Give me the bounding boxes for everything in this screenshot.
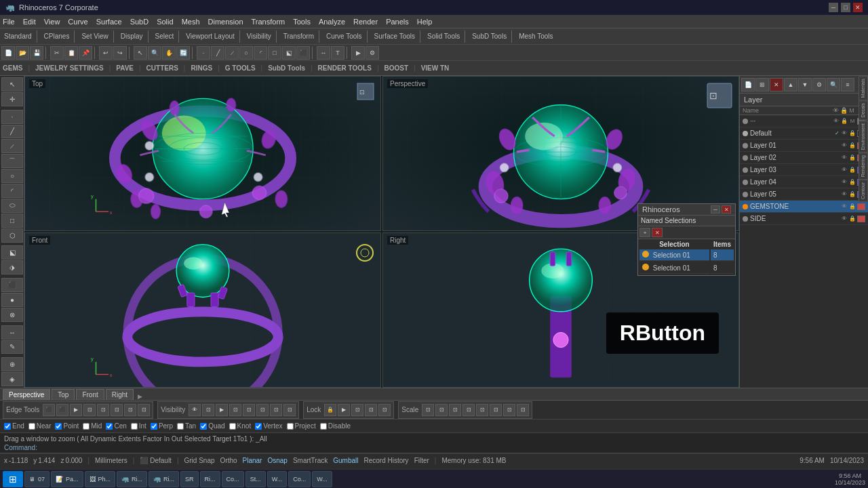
freeform-tool[interactable]: ⌒ — [1, 154, 23, 168]
planar-status[interactable]: Planar — [243, 457, 262, 464]
lock-icon-04[interactable]: 🔒 — [849, 179, 856, 186]
ns-delete-btn[interactable]: ✕ — [652, 228, 663, 237]
vis-btn-2[interactable]: ⊡ — [202, 404, 214, 416]
filter-status[interactable]: Filter — [414, 457, 429, 464]
scale-btn-8[interactable]: ⊡ — [517, 404, 529, 416]
snap-tool[interactable]: ⊕ — [1, 357, 23, 371]
redo-btn[interactable]: ↪ — [113, 46, 127, 60]
taskbar-co1[interactable]: Co... — [222, 471, 244, 487]
start-button[interactable]: ⊞ — [3, 471, 23, 487]
et-btn-2[interactable]: ⬛ — [56, 404, 68, 416]
move-tool[interactable]: ✛ — [1, 92, 23, 106]
lock-icon-03[interactable]: 🔒 — [849, 167, 856, 174]
et-btn-3[interactable]: ▶ — [70, 404, 82, 416]
layer-row-gemstone[interactable]: GEMSTONE 👁 🔒 — [740, 201, 868, 213]
sphere-tool[interactable]: ● — [1, 293, 23, 307]
lock-icon-dots[interactable]: 🔒 — [841, 118, 848, 125]
viewport-right-label[interactable]: Right — [387, 236, 408, 245]
close-button[interactable]: ✕ — [853, 3, 863, 12]
eye-icon-03[interactable]: 👁 — [841, 167, 848, 174]
layer-row-side[interactable]: SIDE 👁 🔒 — [740, 213, 868, 225]
lock-icon-02[interactable]: 🔒 — [849, 155, 856, 161]
eye-icon-04[interactable]: 👁 — [841, 179, 848, 186]
taskbar-w2[interactable]: W... — [312, 471, 332, 487]
taskbar-07[interactable]: 🖥 07 — [24, 471, 50, 487]
snap-tan-check[interactable] — [177, 423, 184, 430]
select-btn[interactable]: ↖ — [134, 46, 147, 60]
taskbar-ri2[interactable]: 🦏 Ri... — [149, 471, 179, 487]
line-btn[interactable]: ╱ — [211, 46, 224, 60]
snap-project[interactable]: Project — [287, 422, 316, 430]
ns-add-btn[interactable]: + — [639, 228, 650, 237]
maximize-button[interactable]: □ — [841, 3, 850, 12]
btab-perspective[interactable]: Perspective — [3, 389, 50, 400]
viewport-perspective-label[interactable]: Perspective — [387, 79, 428, 88]
lock-icon-default[interactable]: 🔒 — [849, 130, 856, 137]
gridsnap-status[interactable]: Grid Snap — [184, 457, 215, 464]
scale-btn-1[interactable]: ⊡ — [422, 404, 434, 416]
surface-tools-tab[interactable]: Surface Tools — [372, 33, 418, 40]
ortho-status[interactable]: Ortho — [220, 457, 237, 464]
scale-btn-2[interactable]: ⊡ — [435, 404, 448, 416]
pave-btn[interactable]: PAVE — [116, 64, 134, 72]
btab-top[interactable]: Top — [52, 389, 75, 400]
menu-item-mesh[interactable]: Mesh — [182, 18, 200, 26]
lock-btn-4[interactable]: ⊡ — [365, 404, 377, 416]
menu-item-solid[interactable]: Solid — [157, 18, 173, 26]
polyline-tool[interactable]: ⟋ — [1, 139, 23, 153]
snap-tan[interactable]: Tan — [177, 422, 196, 430]
undo-btn[interactable]: ↩ — [99, 46, 113, 60]
annotation-tool[interactable]: ✎ — [1, 340, 23, 354]
taskbar-co2[interactable]: Co... — [288, 471, 311, 487]
eye-icon-default[interactable]: 👁 — [841, 130, 848, 137]
boost-btn[interactable]: BOOST — [384, 64, 408, 72]
open-btn[interactable]: 📂 — [16, 46, 29, 60]
solid-tools-tab[interactable]: Solid Tools — [425, 33, 462, 40]
lock-btn-1[interactable]: 🔒 — [324, 404, 336, 416]
viewport-front[interactable]: Front — [24, 232, 381, 388]
cylinder-tool[interactable]: ⊗ — [1, 308, 23, 322]
zoom-btn[interactable]: 🔍 — [148, 46, 161, 60]
taskbar-pa[interactable]: 📝 Pa... — [51, 471, 83, 487]
osnap-status[interactable]: Osnap — [267, 457, 287, 464]
layer-options-btn[interactable]: ≡ — [841, 78, 854, 92]
layer-new-btn[interactable]: 📄 — [741, 78, 755, 92]
menu-item-transform[interactable]: Transform — [252, 18, 285, 26]
layer-up-btn[interactable]: ▲ — [784, 78, 797, 92]
polyline-btn[interactable]: ⟋ — [225, 46, 239, 60]
set-view-tab[interactable]: Set View — [79, 33, 111, 40]
layer-settings-btn[interactable]: ⚙ — [812, 78, 826, 92]
snap-near[interactable]: Near — [28, 422, 52, 430]
menu-item-file[interactable]: File — [3, 18, 15, 26]
snap-vertex-check[interactable] — [255, 423, 262, 430]
dim-btn[interactable]: ↔ — [317, 46, 330, 60]
menu-item-help[interactable]: Help — [417, 18, 433, 26]
material-icon-dots[interactable]: M — [849, 118, 856, 125]
snap-int[interactable]: Int — [131, 422, 146, 430]
snap-disable[interactable]: Disable — [320, 422, 351, 430]
text-btn[interactable]: T — [331, 46, 344, 60]
snap-quad[interactable]: Quad — [200, 422, 224, 430]
select-tab[interactable]: Select — [153, 33, 177, 40]
eye-icon-side[interactable]: 👁 — [841, 216, 848, 222]
command-input[interactable] — [40, 444, 176, 451]
standard-tab[interactable]: Standard — [1, 33, 35, 40]
snap-knot-check[interactable] — [229, 423, 236, 430]
menu-item-curve[interactable]: Curve — [68, 18, 87, 26]
vis-btn-7[interactable]: ⊡ — [270, 404, 282, 416]
et-btn-5[interactable]: ⊡ — [97, 404, 109, 416]
subd-tools-btn[interactable]: SubD Tools — [268, 64, 305, 72]
layer-row-03[interactable]: Layer 03 👁 🔒 — [740, 164, 868, 176]
ns-row-0[interactable]: Selection 01 8 — [639, 249, 734, 261]
arc-tool[interactable]: ◜ — [1, 184, 23, 198]
gems-btn[interactable]: GEMS — [3, 64, 22, 72]
eye-icon-02[interactable]: 👁 — [841, 155, 848, 161]
ns-minimize-btn[interactable]: ─ — [711, 205, 720, 214]
transform-tab[interactable]: Transform — [281, 33, 317, 40]
layer-filter-btn[interactable]: 🔍 — [827, 78, 840, 92]
curve-tools-tab[interactable]: Curve Tools — [323, 33, 365, 40]
settings-btn[interactable]: ⚙ — [366, 46, 379, 60]
menu-item-view[interactable]: View — [44, 18, 60, 26]
mesh-tools-tab[interactable]: Mesh Tools — [516, 33, 555, 40]
vert-tab-env[interactable]: Environment — [859, 121, 868, 152]
